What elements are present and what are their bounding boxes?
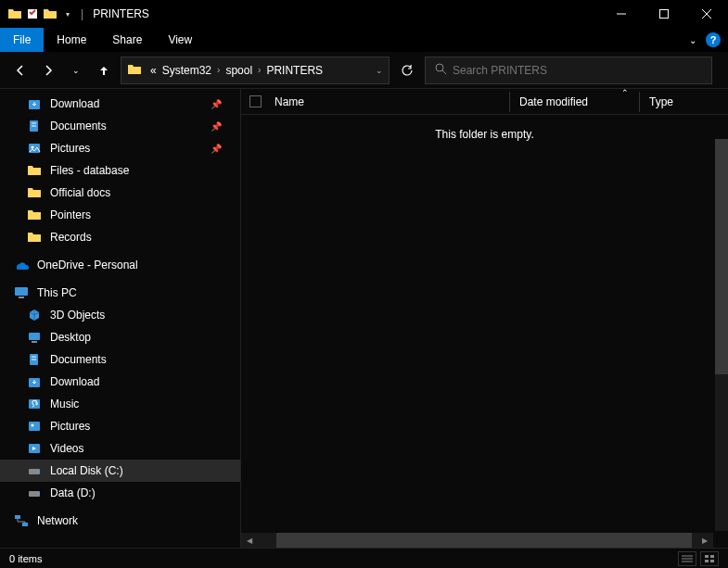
- sidebar-item-3dobjects[interactable]: 3D Objects: [0, 304, 240, 326]
- breadcrumb-system32[interactable]: System32: [160, 64, 214, 77]
- sidebar-item-pointers[interactable]: Pointers: [0, 204, 240, 226]
- sidebar-item-records[interactable]: Records: [0, 226, 240, 248]
- ribbon-tabs: File Home Share View ⌄ ?: [0, 28, 728, 52]
- qat-newfolder-icon[interactable]: [43, 6, 57, 21]
- vertical-scrollbar-thumb[interactable]: [715, 139, 728, 374]
- sidebar-item-data-d[interactable]: Data (D:): [0, 482, 240, 504]
- sidebar-item-pictures[interactable]: Pictures📌: [0, 137, 240, 159]
- sidebar-item-music[interactable]: Music: [0, 393, 240, 415]
- sidebar-item-thispc[interactable]: This PC: [0, 282, 240, 304]
- sidebar-item-label: Videos: [50, 442, 83, 455]
- svg-rect-14: [19, 297, 24, 298]
- up-button[interactable]: [93, 59, 115, 82]
- sidebar-item-label: Local Disk (C:): [50, 464, 123, 477]
- addressbar[interactable]: « System32 › spool › PRINTERS ⌄: [121, 57, 390, 84]
- column-headers: Name ⌃ Date modified Type: [241, 89, 728, 115]
- sidebar-item-pc-pictures[interactable]: Pictures: [0, 415, 240, 437]
- recent-dropdown[interactable]: ⌄: [65, 59, 87, 82]
- pin-icon: 📌: [211, 121, 222, 132]
- svg-point-26: [37, 471, 39, 473]
- breadcrumb-spool[interactable]: spool: [223, 64, 255, 77]
- documents-icon: [26, 351, 43, 368]
- addressbar-dropdown-icon[interactable]: ⌄: [376, 66, 383, 75]
- disk-icon: [26, 462, 43, 479]
- svg-rect-34: [705, 555, 709, 558]
- select-all-checkbox[interactable]: [241, 95, 269, 107]
- empty-folder-message: This folder is empty.: [241, 115, 728, 141]
- horizontal-scrollbar-thumb[interactable]: [276, 533, 692, 548]
- sidebar-item-documents[interactable]: Documents📌: [0, 115, 240, 137]
- nav-row: ⌄ « System32 › spool › PRINTERS ⌄: [0, 52, 728, 89]
- vertical-scrollbar[interactable]: [715, 139, 728, 531]
- sidebar-item-label: Pictures: [50, 142, 90, 155]
- search-input[interactable]: [453, 64, 702, 77]
- close-button[interactable]: [685, 0, 728, 28]
- chevron-right-icon[interactable]: ›: [255, 65, 263, 75]
- tab-view[interactable]: View: [155, 28, 205, 52]
- folder-icon: [26, 207, 43, 223]
- horizontal-scrollbar[interactable]: ◀ ▶: [241, 533, 713, 548]
- sidebar-item-desktop[interactable]: Desktop: [0, 326, 240, 348]
- sidebar-item-label: This PC: [37, 286, 77, 299]
- sidebar-item-label: Official docs: [50, 186, 110, 199]
- svg-rect-22: [29, 422, 40, 431]
- addressbar-folder-icon: [127, 62, 144, 79]
- minimize-button[interactable]: [600, 0, 643, 28]
- sidebar-item-videos[interactable]: Videos: [0, 437, 240, 460]
- svg-rect-16: [32, 341, 37, 343]
- svg-rect-30: [22, 523, 28, 526]
- tab-home[interactable]: Home: [44, 28, 99, 52]
- column-date[interactable]: Date modified: [510, 92, 640, 112]
- sidebar-item-label: Documents: [50, 120, 107, 133]
- folder-icon: [26, 229, 43, 246]
- download-icon: [26, 373, 43, 390]
- view-icons-button[interactable]: [700, 551, 719, 566]
- sidebar-item-onedrive[interactable]: OneDrive - Personal: [0, 254, 240, 276]
- svg-rect-36: [705, 560, 709, 562]
- sidebar-item-label: Files - database: [50, 164, 129, 177]
- qat-properties-icon[interactable]: [25, 6, 40, 21]
- breadcrumb: « System32 › spool › PRINTERS: [147, 64, 326, 77]
- sidebar-item-label: OneDrive - Personal: [37, 259, 138, 271]
- svg-rect-29: [15, 515, 20, 519]
- scroll-left-button[interactable]: ◀: [241, 533, 258, 548]
- sidebar-item-download[interactable]: Download📌: [0, 93, 240, 115]
- folder-icon: [26, 162, 43, 179]
- svg-point-12: [32, 146, 34, 149]
- searchbox[interactable]: [425, 57, 712, 84]
- column-name[interactable]: Name: [269, 92, 510, 112]
- maximize-button[interactable]: [643, 0, 685, 28]
- tab-share[interactable]: Share: [99, 28, 155, 52]
- sidebar-item-label: 3D Objects: [50, 309, 105, 322]
- desktop-icon: [26, 329, 43, 346]
- sidebar-item-label: Desktop: [50, 331, 91, 344]
- sidebar-item-pc-documents[interactable]: Documents: [0, 348, 240, 371]
- scroll-right-button[interactable]: ▶: [696, 533, 713, 548]
- view-details-button[interactable]: [678, 551, 696, 566]
- sidebar-item-files-database[interactable]: Files - database: [0, 159, 240, 182]
- 3d-icon: [26, 307, 43, 323]
- folder-app-icon: [7, 6, 22, 21]
- qat-dropdown-icon[interactable]: ▾: [60, 6, 75, 21]
- sidebar-item-official-docs[interactable]: Official docs: [0, 182, 240, 204]
- tab-file[interactable]: File: [0, 28, 44, 52]
- sidebar-item-local-disk-c[interactable]: Local Disk (C:): [0, 460, 240, 482]
- column-type[interactable]: Type: [640, 92, 728, 112]
- breadcrumb-printers[interactable]: PRINTERS: [263, 64, 326, 77]
- sidebar-item-label: Network: [37, 514, 78, 527]
- chevron-right-icon[interactable]: ›: [214, 65, 223, 75]
- sidebar-item-label: Pictures: [50, 420, 90, 433]
- forward-button[interactable]: [37, 59, 59, 82]
- sidebar-item-network[interactable]: Network: [0, 510, 240, 532]
- sidebar-item-pc-download[interactable]: Download: [0, 371, 240, 393]
- pictures-icon: [26, 140, 43, 157]
- sidebar-item-label: Documents: [50, 353, 107, 366]
- sidebar-item-label: Records: [50, 231, 92, 244]
- ribbon-collapse-icon[interactable]: ⌄: [689, 35, 696, 45]
- help-icon[interactable]: ?: [706, 32, 721, 47]
- status-item-count: 0 items: [9, 553, 42, 564]
- sidebar-item-label: Download: [50, 97, 99, 110]
- refresh-button[interactable]: [395, 57, 419, 84]
- breadcrumb-prefix[interactable]: «: [147, 64, 160, 77]
- back-button[interactable]: [9, 59, 32, 82]
